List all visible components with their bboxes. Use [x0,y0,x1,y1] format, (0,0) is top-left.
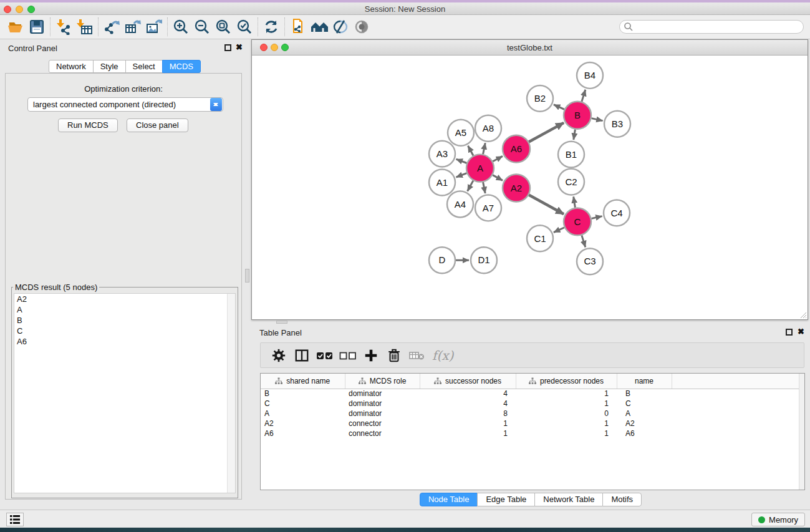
tab-network[interactable]: Network [49,60,94,73]
deselect-all-button[interactable] [336,345,359,366]
search-input[interactable] [634,22,803,31]
tab-mcds[interactable]: MCDS [162,60,201,73]
network-window-titlebar[interactable]: testGlobe.txt [252,40,808,56]
edge-A2-C[interactable] [529,195,564,215]
save-session-button[interactable] [26,17,47,37]
zoom-selected-button[interactable] [234,17,255,37]
column-header-predecessor-nodes[interactable]: predecessor nodes [516,374,617,389]
edge-A-A2[interactable] [493,175,503,181]
search-icon [624,22,634,32]
network-graph[interactable]: B4B2BB3A8A5A6A3B1AA1C2A2A4A7C4CC1DD1C3 [252,56,808,319]
task-history-button[interactable] [6,513,24,526]
memory-button[interactable]: Memory [751,513,805,526]
edge-B-B1[interactable] [574,129,576,140]
float-table-panel-icon[interactable] [786,329,793,336]
column-header-shared-name[interactable]: shared name [261,374,345,389]
table-row[interactable]: Cdominator41C [261,399,804,409]
edge-A-A3[interactable] [456,159,467,163]
table-scrollbar[interactable] [799,374,804,490]
column-header-name[interactable]: name [617,374,672,389]
float-panel-icon[interactable] [224,44,231,51]
control-panel-tabs: NetworkStyleSelectMCDS [49,60,201,73]
close-panel-icon[interactable]: ✖ [236,42,243,52]
zoom-in-button[interactable] [170,17,191,37]
function-builder-button[interactable]: f(x) [432,348,453,363]
close-table-panel-icon[interactable]: ✖ [798,327,804,337]
zoom-out-button[interactable] [191,17,213,37]
hide-graphics-icon [332,19,349,35]
panel-divider[interactable] [244,39,251,510]
close-panel-button[interactable]: Close panel [127,118,188,132]
tab-network-table[interactable]: Network Table [534,493,603,506]
edge-A-A8[interactable] [483,143,486,154]
select-all-button[interactable] [313,345,336,366]
edge-C-C4[interactable] [592,216,602,219]
edge-B-B4[interactable] [582,90,586,102]
table-row[interactable]: Adominator80A [261,409,804,418]
eye-icon [353,19,370,35]
tab-node-table[interactable]: Node Table [420,493,478,506]
tab-edge-table[interactable]: Edge Table [477,493,535,506]
add-row-button[interactable] [359,345,382,366]
result-item[interactable]: B [14,315,235,326]
node-label-B: B [574,110,581,120]
result-scrollbar[interactable] [227,294,235,493]
show-graphics-button[interactable] [351,17,372,37]
show-columns-button[interactable] [290,345,313,366]
tab-style[interactable]: Style [93,60,126,73]
tab-select[interactable]: Select [125,60,163,73]
node-label-A1: A1 [436,177,448,188]
result-item[interactable]: A2 [14,294,235,304]
resize-grip-icon[interactable] [798,310,807,319]
toolbar-separator [98,17,99,36]
criterion-dropdown[interactable]: largest connected component (directed) [27,97,223,112]
result-item[interactable]: A6 [14,336,235,347]
network-canvas[interactable]: B4B2BB3A8A5A6A3B1AA1C2A2A4A7C4CC1DD1C3 [252,56,808,319]
home-button[interactable] [309,17,330,37]
copy-network-button[interactable] [287,17,309,37]
open-session-button[interactable] [5,17,26,37]
mcds-result-list[interactable]: A2ABCA6 [14,293,236,493]
edge-B-B2[interactable] [554,105,564,110]
zoom-in-icon [173,19,189,35]
edge-C-C1[interactable] [554,228,564,233]
edge-C-C2[interactable] [574,196,576,208]
import-network-button[interactable] [53,17,74,37]
node-label-A5: A5 [455,127,466,138]
edge-A-A5[interactable] [468,146,474,156]
table-settings-button[interactable] [267,345,290,366]
divider-grip[interactable] [245,269,249,283]
export-table-button[interactable] [122,17,143,37]
edge-A-A4[interactable] [468,181,473,191]
edge-A6-B[interactable] [529,123,564,142]
node-label-B1: B1 [566,149,577,160]
desktop-strip-bottom [0,528,810,532]
table-header-row[interactable]: shared nameMCDS rolesuccessor nodesprede… [261,374,804,389]
table-row[interactable]: A2connector11A2 [261,418,804,428]
edge-A-A6[interactable] [493,156,503,161]
column-header-MCDS-role[interactable]: MCDS role [345,374,420,389]
export-image-button[interactable] [143,17,165,37]
edge-A-A7[interactable] [483,182,486,193]
table-row[interactable]: A6connector11A6 [261,428,804,438]
edge-C-C3[interactable] [582,235,586,247]
edge-A-A1[interactable] [456,173,467,177]
zoom-fit-button[interactable] [213,17,234,37]
export-network-button[interactable] [101,17,122,37]
delete-row-button[interactable] [382,345,405,366]
delete-table-button[interactable] [405,345,428,366]
result-item[interactable]: A [14,304,235,315]
edge-B-B3[interactable] [592,118,603,121]
table-row[interactable]: Bdominator41B [261,389,804,399]
import-table-button[interactable] [74,17,95,37]
refresh-button[interactable] [261,17,282,37]
search-field[interactable] [619,20,804,34]
hide-graphics-button[interactable] [330,17,351,37]
tab-motifs[interactable]: Motifs [602,493,642,506]
run-mcds-button[interactable]: Run MCDS [58,118,118,132]
column-header-successor-nodes[interactable]: successor nodes [420,374,516,389]
node-table[interactable]: shared nameMCDS rolesuccessor nodesprede… [261,374,804,438]
result-item[interactable]: C [14,326,235,336]
table-panel-title: Table Panel [259,328,302,337]
node-label-C1: C1 [534,233,546,244]
